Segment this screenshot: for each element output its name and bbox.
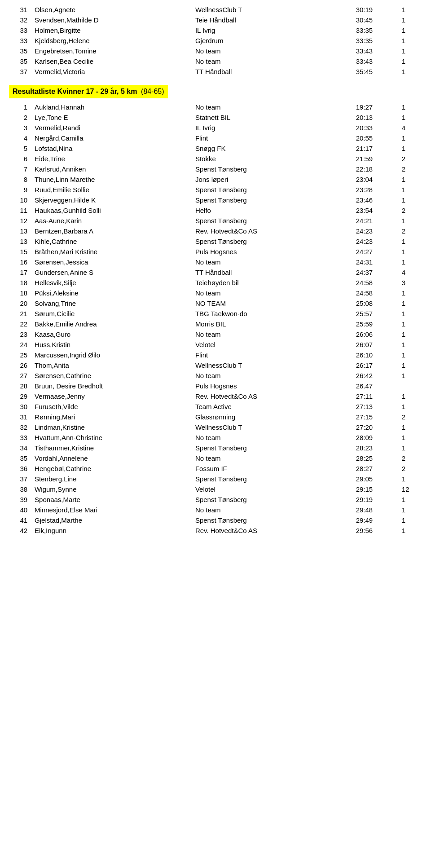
position: 30: [9, 401, 32, 412]
name: Gundersen,Anine S: [32, 267, 193, 278]
table-row: 32 Svendsen,Mathilde D Teie Håndball 30:…: [9, 15, 422, 25]
table-row: 16 Sørensen,Jessica No team 24:31 1: [9, 257, 422, 267]
table-row: 31 Olsen,Agnete WellnessClub T 30:19 1: [9, 4, 422, 15]
time: 28:27: [353, 463, 399, 474]
name: Kaasa,Guro: [32, 329, 193, 339]
table-row: 35 Vordahl,Annelene No team 28:25 2: [9, 453, 422, 463]
name: Eik,Ingunn: [32, 525, 193, 536]
team: Snøgg FK: [193, 143, 353, 154]
time: 26:06: [353, 329, 399, 339]
time: 33:43: [353, 46, 399, 56]
num: 1: [399, 133, 422, 143]
name: Vermaase,Jenny: [32, 391, 193, 401]
time: 23:54: [353, 205, 399, 216]
team: No team: [193, 257, 353, 267]
name: Lindman,Kristine: [32, 422, 193, 432]
table-row: 35 Karlsen,Bea Cecilie No team 33:43 1: [9, 56, 422, 66]
num: 12: [399, 484, 422, 494]
time: 21:17: [353, 143, 399, 154]
team: Flint: [193, 133, 353, 143]
position: 41: [9, 515, 32, 525]
name: Olsen,Agnete: [32, 4, 193, 15]
num: 2: [399, 154, 422, 164]
position: 32: [9, 422, 32, 432]
table-row: 10 Skjerveggen,Hilde K Spenst Tønsberg 2…: [9, 195, 422, 205]
table-row: 17 Gundersen,Anine S TT Håndball 24:37 4: [9, 267, 422, 278]
table-row: 12 Aas-Aune,Karin Spenst Tønsberg 24:21 …: [9, 216, 422, 226]
team: Spenst Tønsberg: [193, 216, 353, 226]
table-row: 34 Tisthammer,Kristine Spenst Tønsberg 2…: [9, 443, 422, 453]
team: No team: [193, 329, 353, 339]
team: Gjerdrum: [193, 35, 353, 46]
name: Marcussen,Ingrid Øilo: [32, 350, 193, 360]
team: Helfo: [193, 205, 353, 216]
team: No team: [193, 453, 353, 463]
num: 1: [399, 56, 422, 66]
num: 1: [399, 401, 422, 412]
table-row: 5 Lofstad,Nina Snøgg FK 21:17 1: [9, 143, 422, 154]
table-row: 1 Aukland,Hannah No team 19:27 1: [9, 102, 422, 112]
position: 34: [9, 443, 32, 453]
name: Huss,Kristin: [32, 339, 193, 350]
table-row: 20 Solvang,Trine NO TEAM 25:08 1: [9, 298, 422, 308]
name: Thune,Linn Marethe: [32, 174, 193, 185]
position: 5: [9, 143, 32, 154]
name: Kjeldsberg,Helene: [32, 35, 193, 46]
team: Velotel: [193, 484, 353, 494]
team: Stokke: [193, 154, 353, 164]
time: 30:19: [353, 4, 399, 15]
time: 23:46: [353, 195, 399, 205]
table-row: 35 Engebretsen,Tomine No team 33:43 1: [9, 46, 422, 56]
table-row: 33 Kjeldsberg,Helene Gjerdrum 33:35 1: [9, 35, 422, 46]
time: 24:58: [353, 288, 399, 298]
name: Sørensen,Cathrine: [32, 370, 193, 381]
position: 22: [9, 319, 32, 329]
team: Team Active: [193, 401, 353, 412]
time: 26:07: [353, 339, 399, 350]
num: 1: [399, 298, 422, 308]
time: 25:57: [353, 308, 399, 319]
num: 1: [399, 143, 422, 154]
table-row: 40 Minnesjord,Else Mari No team 29:48 1: [9, 505, 422, 515]
team: WellnessClub T: [193, 422, 353, 432]
position: 35: [9, 453, 32, 463]
num: 1: [399, 474, 422, 484]
position: 18: [9, 288, 32, 298]
top-results-table: 31 Olsen,Agnete WellnessClub T 30:19 1 3…: [9, 4, 422, 77]
name: Nergård,Camilla: [32, 133, 193, 143]
team: WellnessClub T: [193, 4, 353, 15]
position: 18: [9, 278, 32, 288]
time: 20:55: [353, 133, 399, 143]
num: 1: [399, 525, 422, 536]
num: 1: [399, 329, 422, 339]
time: 35:45: [353, 66, 399, 77]
name: Vermelid,Randi: [32, 123, 193, 133]
team: No team: [193, 288, 353, 298]
position: 16: [9, 257, 32, 267]
table-row: 13 Kihle,Cathrine Spenst Tønsberg 24:23 …: [9, 236, 422, 247]
time: 26:10: [353, 350, 399, 360]
table-row: 31 Rønning,Mari Glassrønning 27:15 2: [9, 412, 422, 422]
name: Holmen,Birgitte: [32, 25, 193, 35]
time: 24:23: [353, 236, 399, 247]
position: 29: [9, 391, 32, 401]
num: 1: [399, 112, 422, 123]
name: Vordahl,Annelene: [32, 453, 193, 463]
table-row: 4 Nergård,Camilla Flint 20:55 1: [9, 133, 422, 143]
position: 40: [9, 505, 32, 515]
position: 4: [9, 133, 32, 143]
num: 4: [399, 267, 422, 278]
name: Lye,Tone E: [32, 112, 193, 123]
position: 15: [9, 247, 32, 257]
time: 23:04: [353, 174, 399, 185]
num: 1: [399, 236, 422, 247]
team: IL Ivrig: [193, 123, 353, 133]
team: Jons løperi: [193, 174, 353, 185]
time: 29:19: [353, 494, 399, 505]
table-row: 13 Berntzen,Barbara A Rev. Hotvedt&Co AS…: [9, 226, 422, 236]
team: Spenst Tønsberg: [193, 185, 353, 195]
time: 24:58: [353, 278, 399, 288]
team: Spenst Tønsberg: [193, 164, 353, 174]
position: 39: [9, 494, 32, 505]
name: Karlsen,Bea Cecilie: [32, 56, 193, 66]
